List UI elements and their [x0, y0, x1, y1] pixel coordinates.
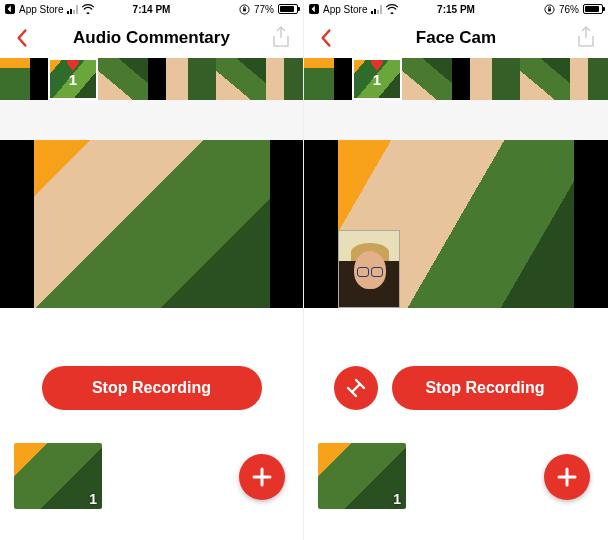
share-button[interactable] — [271, 26, 293, 50]
screen-audio-commentary: App Store 7:14 PM 77% Audio Commentary 1 — [0, 0, 304, 540]
back-button[interactable] — [10, 26, 34, 50]
timeline-frame-selected[interactable]: 1 — [48, 58, 98, 100]
timeline-frame[interactable] — [266, 58, 303, 100]
add-clip-button[interactable] — [239, 454, 285, 500]
spacer — [0, 412, 303, 436]
spacer — [0, 100, 303, 140]
status-bar: App Store 7:14 PM 77% — [0, 0, 303, 18]
svg-rect-1 — [243, 8, 246, 11]
spacer — [304, 308, 608, 364]
video-frame — [34, 140, 270, 308]
nav-bar: Audio Commentary — [0, 18, 303, 58]
orientation-lock-icon — [544, 4, 555, 15]
swap-camera-button[interactable] — [334, 366, 378, 410]
timeline-frame[interactable] — [402, 58, 452, 100]
timeline-frame[interactable] — [520, 58, 570, 100]
status-bar: App Store 7:15 PM 76% — [304, 0, 608, 18]
back-button[interactable] — [314, 26, 338, 50]
cell-signal-icon — [67, 5, 78, 14]
nav-bar: Face Cam — [304, 18, 608, 58]
video-frame — [338, 140, 574, 308]
timeline-gap — [452, 58, 470, 100]
page-title: Audio Commentary — [0, 28, 303, 48]
wifi-icon — [82, 4, 94, 14]
page-title: Face Cam — [304, 28, 608, 48]
timeline-frame[interactable] — [470, 58, 520, 100]
cell-signal-icon — [371, 5, 382, 14]
controls-row: Stop Recording — [304, 364, 608, 412]
timeline-marker-number: 1 — [48, 71, 98, 88]
status-time: 7:14 PM — [133, 4, 171, 15]
battery-icon — [583, 4, 603, 14]
status-time: 7:15 PM — [437, 4, 475, 15]
stop-recording-button[interactable]: Stop Recording — [392, 366, 578, 410]
battery-percent: 76% — [559, 4, 579, 15]
breadcrumb-back-icon[interactable] — [309, 4, 319, 14]
clip-thumbnail[interactable]: 1 — [14, 443, 102, 509]
timeline-frame[interactable] — [98, 58, 148, 100]
timeline-frame[interactable] — [166, 58, 216, 100]
add-clip-button[interactable] — [544, 454, 590, 500]
timeline-gap — [148, 58, 166, 100]
timeline-frame[interactable] — [304, 58, 334, 100]
video-preview[interactable] — [304, 140, 608, 308]
clips-row: 1 — [0, 436, 303, 516]
clip-number: 1 — [89, 491, 97, 507]
breadcrumb-app[interactable]: App Store — [19, 4, 63, 15]
clip-thumbnail[interactable]: 1 — [318, 443, 406, 509]
orientation-lock-icon — [239, 4, 250, 15]
spacer — [0, 308, 303, 364]
timeline-frame[interactable] — [570, 58, 608, 100]
timeline-frame[interactable] — [216, 58, 266, 100]
pip-face — [357, 267, 383, 276]
breadcrumb-app[interactable]: App Store — [323, 4, 367, 15]
stop-recording-button[interactable]: Stop Recording — [42, 366, 262, 410]
screen-face-cam: App Store 7:15 PM 76% Face Cam 1 — [304, 0, 608, 540]
clips-row: 1 — [304, 436, 608, 516]
timeline-frame[interactable] — [0, 58, 30, 100]
wifi-icon — [386, 4, 398, 14]
spacer — [304, 412, 608, 436]
timeline-gap — [30, 58, 48, 100]
timeline-gap — [334, 58, 352, 100]
timeline-frame-selected[interactable]: 1 — [352, 58, 402, 100]
breadcrumb-back-icon[interactable] — [5, 4, 15, 14]
battery-percent: 77% — [254, 4, 274, 15]
battery-icon — [278, 4, 298, 14]
share-button[interactable] — [576, 26, 598, 50]
face-cam-pip[interactable] — [338, 230, 400, 308]
timeline-strip[interactable]: 1 — [304, 58, 608, 100]
timeline-strip[interactable]: 1 — [0, 58, 303, 100]
spacer — [304, 100, 608, 140]
timeline-marker-number: 1 — [352, 71, 402, 88]
svg-rect-3 — [548, 8, 551, 11]
marker-icon — [370, 58, 384, 72]
controls-row: Stop Recording — [0, 364, 303, 412]
video-preview[interactable] — [0, 140, 303, 308]
clip-number: 1 — [393, 491, 401, 507]
marker-icon — [66, 58, 80, 72]
